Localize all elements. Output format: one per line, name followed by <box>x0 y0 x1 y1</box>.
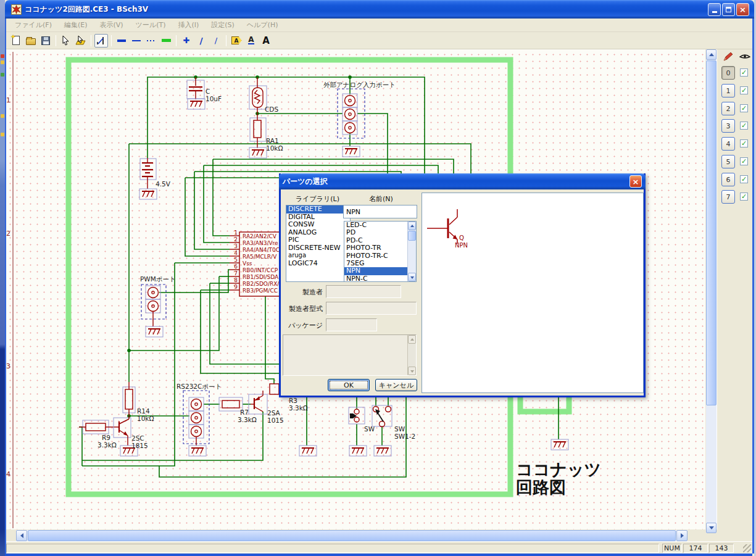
vertical-scroll-thumb[interactable] <box>706 60 717 405</box>
dialog-close-button[interactable]: × <box>629 175 642 188</box>
background-window-sliver <box>0 0 5 556</box>
part-item[interactable]: NPN-C <box>344 275 407 281</box>
layer-visible-checkbox-0[interactable]: ✓ <box>740 68 748 77</box>
scroll-up-button[interactable] <box>408 222 416 230</box>
arrow-right-icon <box>681 533 686 538</box>
cancel-button[interactable]: キャンセル <box>375 379 417 391</box>
layer-button-0[interactable]: 0 <box>721 66 735 80</box>
svg-text:10kΩ: 10kΩ <box>137 415 154 422</box>
layer-visible-checkbox-5[interactable]: ✓ <box>740 157 748 165</box>
cursor-part-icon <box>75 35 86 46</box>
menu-settings[interactable]: 設定(S) <box>205 19 241 31</box>
status-message <box>6 544 659 553</box>
frame-line-button[interactable] <box>159 34 173 48</box>
layer-visible-checkbox-4[interactable]: ✓ <box>740 139 748 147</box>
layer-visible-checkbox-7[interactable]: ✓ <box>740 193 748 201</box>
svg-text:RB2/SDO/RX/: RB2/SDO/RX/ <box>243 281 280 287</box>
scroll-up-button[interactable] <box>706 49 717 60</box>
text-button[interactable]: A <box>259 34 273 48</box>
minimize-button[interactable] <box>708 3 721 16</box>
library-item[interactable]: LOGIC74 <box>286 260 350 268</box>
scroll-down-button[interactable] <box>706 523 717 533</box>
junction-button[interactable]: ✚ <box>180 34 193 48</box>
titlebar: ココナッツ2回路図.CE3 - BSch3V × <box>5 0 754 19</box>
svg-text:RA3/AN3/Vre: RA3/AN3/Vre <box>243 240 278 246</box>
parts-list-scrollbar[interactable] <box>407 222 416 281</box>
scroll-left-button[interactable] <box>16 530 27 541</box>
svg-text:PWMポート: PWMポート <box>140 275 176 283</box>
library-item[interactable]: aruga <box>286 252 350 260</box>
menu-insert[interactable]: 挿入(I) <box>172 19 205 31</box>
dialog-titlebar: パーツの選択 × <box>279 173 646 189</box>
frame-line-icon <box>162 39 171 42</box>
layer-visible-checkbox-3[interactable]: ✓ <box>740 122 748 130</box>
svg-text:2SA: 2SA <box>267 409 281 417</box>
package-label: パッケージ <box>286 321 323 330</box>
diagonal-thick-button[interactable]: / <box>194 34 208 48</box>
dotted-line-icon <box>147 40 156 41</box>
library-item[interactable]: DISCRETE-NEW <box>286 244 350 252</box>
svg-text:2SC: 2SC <box>131 434 144 442</box>
ok-button[interactable]: OK <box>328 379 370 391</box>
layer-visible-checkbox-2[interactable]: ✓ <box>740 104 748 112</box>
library-item[interactable]: PIC <box>286 236 350 244</box>
parts-listbox[interactable]: LED-C PD PD-C PHOTO-TR PHOTO-TR-C 7SEG N… <box>344 221 417 282</box>
resize-grip[interactable] <box>743 544 751 552</box>
horizontal-scrollbar[interactable] <box>16 530 687 541</box>
status-x-coordinate: 174 <box>683 544 708 553</box>
battery: 4.5V <box>139 158 171 199</box>
part-name-input[interactable] <box>343 205 417 218</box>
dotted-line-button[interactable] <box>144 34 158 48</box>
svg-text:7: 7 <box>234 270 238 276</box>
menu-help[interactable]: ヘルプ(H) <box>241 19 285 31</box>
rs232c-port: RS232Cポート <box>177 383 222 456</box>
new-document-button[interactable]: ✦ <box>9 34 23 48</box>
library-item[interactable]: CONSW <box>286 221 350 229</box>
vertical-scrollbar[interactable] <box>706 49 717 533</box>
svg-text:R7: R7 <box>240 409 249 416</box>
part-item[interactable]: PHOTO-TR <box>344 244 407 252</box>
close-button[interactable]: × <box>736 3 749 16</box>
layer-button-2[interactable]: 2 <box>721 102 735 115</box>
svg-text:Q: Q <box>459 234 464 241</box>
label-text-button[interactable]: A <box>244 34 258 48</box>
menu-file[interactable]: ファイル(F) <box>9 19 58 31</box>
wire-tool-button[interactable] <box>94 34 108 48</box>
svg-text:8: 8 <box>234 277 238 283</box>
part-item[interactable]: PD <box>344 229 407 236</box>
diagonal-thin-button[interactable]: / <box>209 34 223 48</box>
layer-visible-checkbox-1[interactable]: ✓ <box>740 86 748 94</box>
select-cursor-button[interactable] <box>59 34 73 48</box>
layer-button-3[interactable]: 3 <box>721 119 735 133</box>
bus-line-button[interactable] <box>115 34 128 48</box>
scroll-right-button[interactable] <box>676 530 687 541</box>
menu-tools[interactable]: ツール(T) <box>130 19 172 31</box>
net-label-button[interactable]: A <box>230 34 243 48</box>
menu-edit[interactable]: 編集(E) <box>58 19 94 31</box>
library-item[interactable]: DISCRETE <box>286 205 350 214</box>
library-listbox[interactable]: DISCRETE DIGITAL CONSW ANALOG PIC DISCRE… <box>286 205 351 282</box>
layer-visible-checkbox-6[interactable]: ✓ <box>740 175 748 183</box>
svg-text:6: 6 <box>234 263 238 270</box>
maximize-button[interactable] <box>722 3 735 16</box>
window-bottom-border <box>5 554 752 556</box>
open-file-button[interactable] <box>24 34 38 48</box>
layer-button-7[interactable]: 7 <box>721 190 735 204</box>
horizontal-scroll-thumb[interactable] <box>28 530 676 541</box>
signal-line-button[interactable] <box>130 34 143 48</box>
svg-text:1: 1 <box>6 96 10 104</box>
menu-view[interactable]: 表示(V) <box>94 19 130 31</box>
part-move-button[interactable] <box>74 34 88 48</box>
part-item-selected[interactable]: NPN <box>344 267 407 275</box>
layers-panel: 0 ✓ 1 ✓ 2 ✓ 3 ✓ 4 ✓ 5 ✓ 6 ✓ 7 ✓ <box>717 49 752 529</box>
layer-button-6[interactable]: 6 <box>721 173 735 186</box>
layer-button-5[interactable]: 5 <box>721 155 735 168</box>
layer-button-1[interactable]: 1 <box>721 84 735 98</box>
ground <box>299 446 317 456</box>
scroll-down-button[interactable] <box>408 273 416 281</box>
scroll-thumb[interactable] <box>408 231 416 241</box>
save-file-button[interactable] <box>39 34 52 48</box>
svg-text:RB0/INT/CCP: RB0/INT/CCP <box>243 267 278 273</box>
layer-button-4[interactable]: 4 <box>721 137 735 151</box>
resistor-r7: R7 3.3kΩ <box>219 397 257 423</box>
